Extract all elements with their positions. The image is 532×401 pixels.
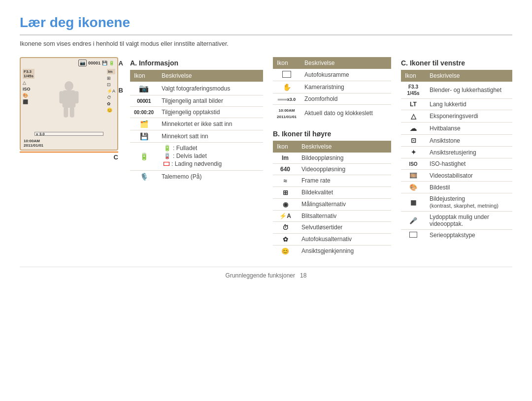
icon-cell: 🔋 — [130, 143, 158, 171]
desc-cell: Autofokusalternativ — [298, 233, 391, 245]
table-row: 😊 Ansiktsgjenkjenning — [273, 245, 391, 257]
desc-cell: Talememo (På) — [158, 171, 263, 183]
desc-cell: ISO-hastighet — [426, 158, 512, 170]
table-row: F3.31/45s Blender- og lukkerhastighet — [401, 82, 512, 99]
svg-rect-3 — [74, 91, 79, 103]
section-c-title: C. Ikoner til venstre — [401, 59, 512, 67]
desc-cell: Selvutløsertider — [298, 221, 391, 233]
icon-cell: ⏱ — [273, 221, 298, 233]
icon-cell: 🗂️ — [130, 118, 158, 130]
icon-cell: 😊 — [273, 245, 298, 257]
table-row: ═══x3.0 Zoomforhold — [273, 93, 391, 105]
icon-cell: ✿ — [273, 233, 298, 245]
desc-cell: Videostabilisator — [426, 170, 512, 182]
desc-cell: Tilgjengelig antall bilder — [158, 95, 263, 107]
table-row: 🎨 Bildestil — [401, 182, 512, 193]
icon-cell: 📷 — [130, 82, 158, 95]
desc-cell: Aktuell dato og klokkeslett — [300, 105, 391, 122]
icon-cell: △ — [401, 110, 426, 123]
camera-preview-area: 📷 00001 💾 🔋 F3.31/45s △ ISO 🎨 ⬛ Im ⊞ ⊡ ⚡… — [20, 57, 118, 161]
icon-cell: ◉ — [273, 198, 298, 210]
icon-cell: 🎙️ — [130, 171, 158, 183]
camera-display: 📷 00001 💾 🔋 F3.31/45s △ ISO 🎨 ⬛ Im ⊞ ⊡ ⚡… — [20, 57, 118, 151]
battery-icon: 🔋 — [109, 61, 114, 65]
svg-rect-4 — [64, 107, 68, 117]
desc-cell: Blender- og lukkerhastighet — [426, 82, 512, 99]
desc-cell: Minnekort satt inn — [158, 130, 263, 143]
svg-point-0 — [65, 81, 73, 91]
desc-cell: Målingsalternativ — [298, 198, 391, 210]
table-row: 🎞️ Videostabilisator — [401, 170, 512, 182]
camera-date: 2011/01/01 — [24, 143, 43, 148]
table-row: △ Eksponeringsverdi — [401, 110, 512, 123]
zoom-bar-container: x 3.0 — [34, 132, 103, 136]
icon-cell: Im — [273, 153, 298, 164]
section-a-table: Ikon Beskrivelse 📷 Valgt fotograferingsm… — [130, 70, 263, 183]
section-a-col-ikon: Ikon — [130, 70, 158, 82]
icon-cell: 10:00AM2011/01/01 — [273, 105, 300, 122]
table-row: ☁ Hvitbalanse — [401, 123, 512, 135]
table-row: ✋ Kameraristning — [273, 81, 391, 93]
desc-cell: Lang lukkertid — [426, 99, 512, 110]
desc-cell: Frame rate — [298, 175, 391, 186]
icon-cell: 🎨 — [401, 182, 426, 193]
desc-cell: Kameraristning — [300, 81, 391, 93]
table-row: 🔋 🔋 : Fulladet 🪫 : Delvis ladet : Lading… — [130, 143, 263, 171]
desc-cell: Hvitbalanse — [426, 123, 512, 135]
section-c: C. Ikoner til venstre Ikon Beskrivelse F… — [401, 57, 512, 241]
icon-cell: ✋ — [273, 81, 300, 93]
label-a: A — [119, 60, 123, 67]
desc-cell: Ansiktsgjenkjenning — [298, 245, 391, 257]
info-top-col-ikon: Ikon — [273, 57, 300, 69]
orange-separator — [20, 152, 118, 153]
table-row: Serieopptakstype — [401, 230, 512, 241]
desc-cell: Serieopptakstype — [426, 230, 512, 241]
table-row: 🎙️ Talememo (På) — [130, 171, 263, 183]
footer: Grunnleggende funksjoner 18 — [20, 267, 512, 279]
desc-cell: 🔋 : Fulladet 🪫 : Delvis ladet : Lading n… — [158, 143, 263, 171]
table-row: ⚡A Blitsalternativ — [273, 210, 391, 221]
icon-cell — [273, 69, 300, 81]
person-silhouette — [54, 81, 84, 120]
svg-rect-2 — [59, 91, 64, 103]
table-row: 🗂️ Minnekortet er ikke satt inn — [130, 118, 263, 130]
table-row: ▦ Bildejustering(kontrast, skarphet, met… — [401, 193, 512, 212]
table-row: 10:00AM2011/01/01 Aktuell dato og klokke… — [273, 105, 391, 122]
table-row: 00001 Tilgjengelig antall bilder — [130, 95, 263, 107]
page-number: 18 — [300, 272, 306, 279]
desc-cell: Tilgjengelig opptakstid — [158, 107, 263, 118]
desc-cell: Autofokusramme — [300, 69, 391, 81]
icon-cell — [401, 230, 426, 241]
icon-cell: ▦ — [401, 193, 426, 212]
camera-time: 10:00AM — [24, 139, 43, 143]
camera-left-icons: F3.31/45s △ ISO 🎨 ⬛ — [23, 69, 34, 104]
icon-cell: ISO — [401, 158, 426, 170]
section-b-col-ikon: Ikon — [273, 141, 298, 153]
camera-right-icons: Im ⊞ ⊡ ⚡A ⏱ ✿ 😊 — [107, 69, 115, 113]
info-top-col-desc: Beskrivelse — [300, 57, 391, 69]
icon-cell: 🎤 — [401, 212, 426, 230]
icon-cell: 💾 — [130, 130, 158, 143]
icon-cell: 00001 — [130, 95, 158, 107]
table-row: ISO ISO-hastighet — [401, 158, 512, 170]
table-row: ✦ Ansiktsretusjering — [401, 147, 512, 158]
desc-cell: Lydopptak mulig under videoopptak. — [426, 212, 512, 230]
desc-cell: Eksponeringsverdi — [426, 110, 512, 123]
icon-cell: ✦ — [401, 147, 426, 158]
icon-cell: ⊡ — [401, 135, 426, 147]
info-top-table: Ikon Beskrivelse Autofokusramme ✋ — [273, 57, 391, 122]
section-b-title: B. Ikoner til høyre — [273, 130, 391, 138]
icon-cell: ⚡A — [273, 210, 298, 221]
icon-cell: 640 — [273, 163, 298, 175]
icon-cell: F3.31/45s — [401, 82, 426, 99]
page-subtitle: Ikonene som vises endres i henhold til v… — [20, 40, 512, 47]
table-row: 📷 Valgt fotograferingsmodus — [130, 82, 263, 95]
section-c-col-ikon: Ikon — [401, 70, 426, 82]
section-a-col-desc: Beskrivelse — [158, 70, 263, 82]
label-c: C — [20, 154, 118, 161]
camera-mode-icon: 📷 — [78, 60, 87, 66]
icon-cell: ═══x3.0 — [273, 93, 300, 105]
frame-count: 00001 — [88, 61, 100, 65]
section-info-top: Ikon Beskrivelse Autofokusramme ✋ — [273, 57, 391, 122]
table-row: ⏱ Selvutløsertider — [273, 221, 391, 233]
